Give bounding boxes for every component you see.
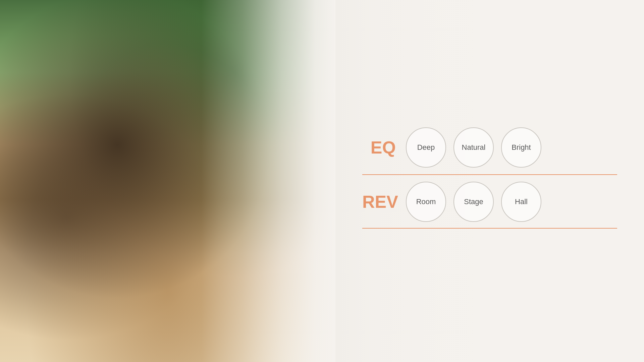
eq-label: EQ <box>362 137 396 158</box>
rev-buttons-row: Room Stage Hall <box>406 182 541 222</box>
eq-buttons-row: Deep Natural Bright <box>406 127 541 168</box>
rev-divider <box>362 228 617 229</box>
rev-label: REV <box>362 192 396 212</box>
eq-natural-button[interactable]: Natural <box>453 127 494 168</box>
eq-section: EQ Deep Natural Bright <box>362 127 617 168</box>
rev-room-button[interactable]: Room <box>406 182 446 222</box>
eq-deep-button[interactable]: Deep <box>406 127 446 168</box>
controls-panel: EQ Deep Natural Bright REV Room Stage Ha… <box>322 0 644 362</box>
eq-divider <box>362 174 617 175</box>
controls-wrapper: EQ Deep Natural Bright REV Room Stage Ha… <box>362 127 617 235</box>
photo-side <box>0 0 335 362</box>
blend-overlay <box>201 0 335 362</box>
rev-stage-button[interactable]: Stage <box>453 182 494 222</box>
eq-bright-button[interactable]: Bright <box>501 127 541 168</box>
rev-section: REV Room Stage Hall <box>362 182 617 222</box>
rev-hall-button[interactable]: Hall <box>501 182 541 222</box>
scene: EQ Deep Natural Bright REV Room Stage Ha… <box>0 0 644 362</box>
